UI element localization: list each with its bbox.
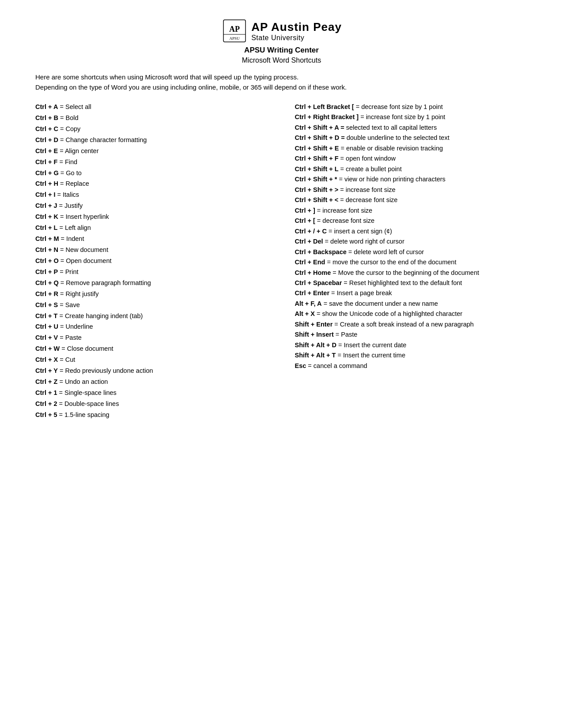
shortcut-item: Shift + Enter = Create a soft break inst… xyxy=(295,319,528,329)
shortcut-desc: = Go to xyxy=(59,169,82,176)
shortcut-item: Shift + Alt + T = Insert the current tim… xyxy=(295,350,528,360)
shortcut-item: Ctrl + C = Copy xyxy=(35,124,264,135)
shortcut-item: Ctrl + Shift + A = selected text to all … xyxy=(295,123,528,132)
sub-title: Microsoft Word Shortcuts xyxy=(35,56,528,64)
shortcut-key: Ctrl + D xyxy=(35,136,58,143)
shortcut-key: Ctrl + S xyxy=(35,301,58,308)
shortcut-desc: = Create a soft break instead of a new p… xyxy=(333,321,474,328)
shortcut-desc: = Justify xyxy=(57,202,83,209)
shortcut-item: Ctrl + L = Left align xyxy=(35,223,264,233)
shortcut-item: Ctrl + A = Select all xyxy=(35,102,264,113)
intro-text: Here are some shortcuts when using Micro… xyxy=(35,72,528,92)
shortcut-desc: = cancel a command xyxy=(306,362,367,369)
shortcut-key: Ctrl + Right Bracket ] xyxy=(295,113,359,120)
shortcut-desc: = insert a cent sign (¢) xyxy=(327,228,392,235)
shortcut-desc: = Underline xyxy=(58,323,93,330)
shortcut-item: Ctrl + J = Justify xyxy=(35,201,264,211)
shortcut-desc: = create a bullet point xyxy=(339,165,402,173)
shortcut-item: Alt + F, A = save the document under a n… xyxy=(295,299,528,308)
shortcut-item: Ctrl + Left Bracket [ = decrease font si… xyxy=(295,102,528,112)
shortcut-key: Ctrl + Backspace xyxy=(295,248,347,255)
shortcut-key: Ctrl + T xyxy=(35,312,57,319)
svg-text:APSU: APSU xyxy=(230,36,240,41)
shortcut-item: Ctrl + Backspace = delete word left of c… xyxy=(295,247,528,257)
shortcut-desc: = Insert the current date xyxy=(336,341,406,349)
shortcut-key: Ctrl + O xyxy=(35,257,59,264)
shortcut-key: Ctrl + Enter xyxy=(295,289,330,296)
shortcut-desc: = open font window xyxy=(339,155,396,162)
shortcut-desc: = Create hanging indent (tab) xyxy=(57,312,143,319)
shortcut-item: Ctrl + Shift + F = open font window xyxy=(295,154,528,163)
shortcut-item: Ctrl + Shift + E = enable or disable rev… xyxy=(295,143,528,153)
shortcut-desc: = save the document under a new name xyxy=(322,300,438,307)
shortcut-desc: = Paste xyxy=(58,334,82,341)
shortcut-desc: = view or hide non printing characters xyxy=(337,176,445,183)
shortcut-key: Ctrl + End xyxy=(295,259,325,266)
shortcut-item: Ctrl + Right Bracket ] = increase font s… xyxy=(295,112,528,122)
shortcut-key: Ctrl + / + C xyxy=(295,228,327,235)
center-title: APSU Writing Center xyxy=(35,46,528,55)
shortcut-key: Shift + Enter xyxy=(295,321,333,328)
shortcut-key: Ctrl + Home xyxy=(295,269,331,276)
shortcut-item: Ctrl + [ = decrease font size xyxy=(295,216,528,225)
intro-line1: Here are some shortcuts when using Micro… xyxy=(35,73,299,81)
shortcut-key: Ctrl + Q xyxy=(35,279,59,286)
shortcut-item: Ctrl + G = Go to xyxy=(35,168,264,179)
svg-text:AP: AP xyxy=(229,25,240,34)
shortcut-item: Ctrl + 1 = Single-space lines xyxy=(35,388,264,398)
shortcut-item: Ctrl + ] = increase font size xyxy=(295,206,528,215)
right-column: Ctrl + Left Bracket [ = decrease font si… xyxy=(291,102,528,421)
shortcut-desc: = Indent xyxy=(59,235,84,242)
shortcut-desc: = show the Unicode code of a highlighted… xyxy=(315,310,462,317)
shortcut-key: Ctrl + Shift + > xyxy=(295,186,339,193)
shortcut-item: Ctrl + Del = delete word right of cursor xyxy=(295,236,528,246)
shortcut-item: Ctrl + 5 = 1.5-line spacing xyxy=(35,410,264,420)
shortcut-key: Ctrl + M xyxy=(35,235,59,242)
shortcut-desc: = decrease font size by 1 point xyxy=(354,103,443,110)
shortcut-key: Ctrl + 1 xyxy=(35,389,57,396)
shortcut-key: Ctrl + G xyxy=(35,169,59,176)
page-header: AP APSU AP Austin Peay State University … xyxy=(35,18,528,64)
shortcut-key: Ctrl + U xyxy=(35,323,58,330)
shortcut-item: Ctrl + O = Open document xyxy=(35,256,264,266)
shortcut-key: Ctrl + Z xyxy=(35,378,57,385)
shortcut-item: Ctrl + E = Align center xyxy=(35,146,264,157)
shortcut-desc: = Single-space lines xyxy=(57,389,117,396)
shortcut-item: Ctrl + D = Change character formatting xyxy=(35,135,264,146)
shortcut-desc: = Print xyxy=(58,268,78,275)
shortcut-item: Ctrl + Shift + > = increase font size xyxy=(295,185,528,195)
shortcut-item: Ctrl + F = Find xyxy=(35,157,264,168)
shortcuts-grid: Ctrl + A = Select allCtrl + B = BoldCtrl… xyxy=(35,102,528,421)
shortcut-item: Alt + X = show the Unicode code of a hig… xyxy=(295,309,528,319)
shortcut-item: Ctrl + R = Right justify xyxy=(35,289,264,300)
shortcut-desc: = decrease font size xyxy=(338,196,397,203)
shortcut-item: Ctrl + S = Save xyxy=(35,300,264,311)
shortcut-key: Ctrl + Shift + A = xyxy=(295,124,346,131)
shortcut-desc: = delete word right of cursor xyxy=(323,238,404,245)
shortcut-key: Ctrl + C xyxy=(35,125,58,132)
shortcut-desc: = 1.5-line spacing xyxy=(57,411,110,418)
shortcut-item: Ctrl + Shift + < = decrease font size xyxy=(295,195,528,205)
shortcut-desc: = Left align xyxy=(57,224,91,231)
shortcut-key: Esc xyxy=(295,362,306,369)
shortcut-item: Ctrl + V = Paste xyxy=(35,333,264,343)
shortcut-key: Ctrl + Del xyxy=(295,238,323,245)
shortcut-desc: = Close document xyxy=(60,345,113,352)
shortcut-key: Ctrl + ] xyxy=(295,207,315,214)
shortcut-key: Ctrl + R xyxy=(35,290,58,297)
shortcut-item: Ctrl + W = Close document xyxy=(35,344,264,354)
shortcut-key: Ctrl + L xyxy=(35,224,57,231)
shortcut-key: Ctrl + W xyxy=(35,345,60,352)
shortcut-desc: = enable or disable revision tracking xyxy=(339,145,443,152)
apsu-logo-icon: AP APSU xyxy=(221,18,248,44)
shortcut-item: Ctrl + T = Create hanging indent (tab) xyxy=(35,311,264,322)
shortcut-key: Alt + X xyxy=(295,310,315,317)
shortcut-desc: = Align center xyxy=(58,147,98,154)
shortcut-item: Ctrl + U = Underline xyxy=(35,322,264,332)
shortcut-key: Ctrl + [ xyxy=(295,217,315,224)
left-column: Ctrl + A = Select allCtrl + B = BoldCtrl… xyxy=(35,102,273,421)
shortcut-key: Ctrl + E xyxy=(35,147,58,154)
shortcut-item: Ctrl + 2 = Double-space lines xyxy=(35,399,264,409)
logo-area: AP APSU AP Austin Peay State University xyxy=(35,18,528,44)
shortcut-desc: = Bold xyxy=(58,114,79,121)
